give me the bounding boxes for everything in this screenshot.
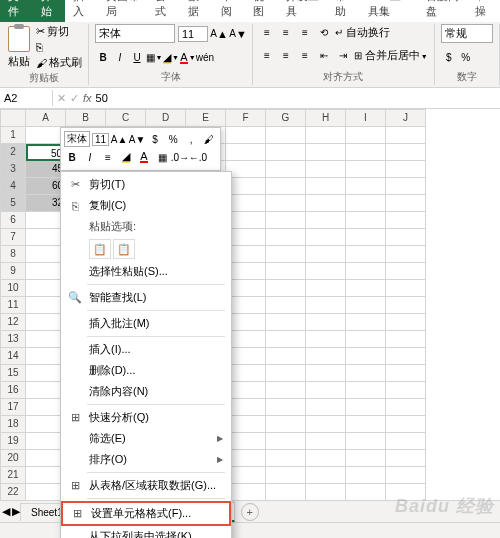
cell-F5[interactable] bbox=[226, 195, 266, 212]
cell-G8[interactable] bbox=[266, 246, 306, 263]
col-header-H[interactable]: H bbox=[306, 109, 346, 127]
cell-G14[interactable] bbox=[266, 348, 306, 365]
cell-I4[interactable] bbox=[346, 178, 386, 195]
cell-I15[interactable] bbox=[346, 365, 386, 382]
cell-F12[interactable] bbox=[226, 314, 266, 331]
cell-G11[interactable] bbox=[266, 297, 306, 314]
fx-cancel[interactable]: ✕ bbox=[57, 92, 66, 105]
mini-increase-font[interactable]: A▲ bbox=[111, 131, 127, 147]
cell-I16[interactable] bbox=[346, 382, 386, 399]
cell-I13[interactable] bbox=[346, 331, 386, 348]
align-middle-button[interactable]: ≡ bbox=[278, 24, 294, 40]
cell-F9[interactable] bbox=[226, 263, 266, 280]
cell-F6[interactable] bbox=[226, 212, 266, 229]
fx-icon[interactable]: fx bbox=[83, 92, 92, 104]
cell-G12[interactable] bbox=[266, 314, 306, 331]
row-header-8[interactable]: 8 bbox=[0, 246, 26, 263]
decrease-font-button[interactable]: A▼ bbox=[230, 26, 246, 42]
align-right-button[interactable]: ≡ bbox=[297, 47, 313, 63]
cm-cut[interactable]: ✂剪切(T) bbox=[61, 174, 231, 195]
mini-font-select[interactable]: 宋体 bbox=[64, 131, 90, 147]
cell-I19[interactable] bbox=[346, 433, 386, 450]
cell-G5[interactable] bbox=[266, 195, 306, 212]
font-size-select[interactable]: 11 bbox=[178, 26, 208, 42]
tab-tellme[interactable]: ♀ 操 bbox=[467, 0, 500, 22]
paste-opt-default[interactable]: 📋 bbox=[89, 239, 111, 259]
font-color-button[interactable]: A▼ bbox=[180, 50, 196, 66]
align-center-button[interactable]: ≡ bbox=[278, 47, 294, 63]
cell-I14[interactable] bbox=[346, 348, 386, 365]
cell-I5[interactable] bbox=[346, 195, 386, 212]
tab-insert[interactable]: 插入 bbox=[65, 0, 98, 22]
cell-F17[interactable] bbox=[226, 399, 266, 416]
col-header-J[interactable]: J bbox=[386, 109, 426, 127]
cell-G18[interactable] bbox=[266, 416, 306, 433]
tab-review[interactable]: 审阅 bbox=[213, 0, 246, 22]
col-header-E[interactable]: E bbox=[186, 109, 226, 127]
cell-J3[interactable] bbox=[386, 161, 426, 178]
cell-G10[interactable] bbox=[266, 280, 306, 297]
row-header-20[interactable]: 20 bbox=[0, 450, 26, 467]
cell-I2[interactable] bbox=[346, 144, 386, 161]
mini-decimal-dec[interactable]: ←.0 bbox=[190, 149, 206, 165]
mini-comma[interactable]: , bbox=[183, 131, 199, 147]
mini-fill[interactable]: ◢ bbox=[118, 149, 134, 165]
cell-H16[interactable] bbox=[306, 382, 346, 399]
mini-font-color[interactable]: A bbox=[136, 149, 152, 165]
indent-increase-button[interactable]: ⇥ bbox=[335, 47, 351, 63]
cell-F18[interactable] bbox=[226, 416, 266, 433]
cell-J7[interactable] bbox=[386, 229, 426, 246]
cell-J14[interactable] bbox=[386, 348, 426, 365]
format-painter-button[interactable]: 🖌格式刷 bbox=[36, 55, 82, 70]
cm-format-cells[interactable]: ⊞设置单元格格式(F)... bbox=[61, 501, 231, 526]
name-box[interactable]: A2 bbox=[0, 90, 53, 106]
tab-formula[interactable]: 公式 bbox=[147, 0, 180, 22]
cell-H11[interactable] bbox=[306, 297, 346, 314]
cell-G4[interactable] bbox=[266, 178, 306, 195]
row-header-6[interactable]: 6 bbox=[0, 212, 26, 229]
cell-G19[interactable] bbox=[266, 433, 306, 450]
col-header-A[interactable]: A bbox=[26, 109, 66, 127]
cell-I8[interactable] bbox=[346, 246, 386, 263]
cell-J18[interactable] bbox=[386, 416, 426, 433]
cell-H1[interactable] bbox=[306, 127, 346, 144]
sheet-nav-prev[interactable]: ◀ bbox=[2, 505, 10, 518]
cell-J11[interactable] bbox=[386, 297, 426, 314]
cm-clear[interactable]: 清除内容(N) bbox=[61, 381, 231, 402]
row-header-14[interactable]: 14 bbox=[0, 348, 26, 365]
cm-quick-analysis[interactable]: ⊞快速分析(Q) bbox=[61, 407, 231, 428]
cell-H2[interactable] bbox=[306, 144, 346, 161]
cell-H14[interactable] bbox=[306, 348, 346, 365]
cell-H21[interactable] bbox=[306, 467, 346, 484]
border-button[interactable]: ▦▼ bbox=[146, 50, 162, 66]
cell-J2[interactable] bbox=[386, 144, 426, 161]
add-sheet-button[interactable]: + bbox=[241, 503, 259, 521]
cell-G16[interactable] bbox=[266, 382, 306, 399]
tab-baidu[interactable]: 百度网盘 bbox=[418, 0, 467, 22]
tab-help[interactable]: 帮助 bbox=[327, 0, 360, 22]
col-header-B[interactable]: B bbox=[66, 109, 106, 127]
align-left-button[interactable]: ≡ bbox=[259, 47, 275, 63]
cell-F22[interactable] bbox=[226, 484, 266, 501]
col-header-F[interactable]: F bbox=[226, 109, 266, 127]
percent-button[interactable]: % bbox=[458, 50, 474, 66]
cell-F2[interactable] bbox=[226, 144, 266, 161]
cell-F16[interactable] bbox=[226, 382, 266, 399]
cell-J19[interactable] bbox=[386, 433, 426, 450]
tab-home[interactable]: 开始 bbox=[33, 0, 66, 22]
cell-J17[interactable] bbox=[386, 399, 426, 416]
wrap-text-button[interactable]: ↵ 自动换行 bbox=[335, 25, 390, 40]
formula-value[interactable]: 50 bbox=[96, 92, 108, 104]
mini-size-select[interactable]: 11 bbox=[92, 133, 109, 146]
cell-J1[interactable] bbox=[386, 127, 426, 144]
cell-J16[interactable] bbox=[386, 382, 426, 399]
cm-paste-special[interactable]: 选择性粘贴(S)... bbox=[61, 261, 231, 282]
paste-button[interactable]: 粘贴 bbox=[6, 24, 32, 71]
tab-data[interactable]: 数据 bbox=[180, 0, 213, 22]
cell-F14[interactable] bbox=[226, 348, 266, 365]
cell-F11[interactable] bbox=[226, 297, 266, 314]
cell-F19[interactable] bbox=[226, 433, 266, 450]
cell-I18[interactable] bbox=[346, 416, 386, 433]
cell-I9[interactable] bbox=[346, 263, 386, 280]
cell-G20[interactable] bbox=[266, 450, 306, 467]
